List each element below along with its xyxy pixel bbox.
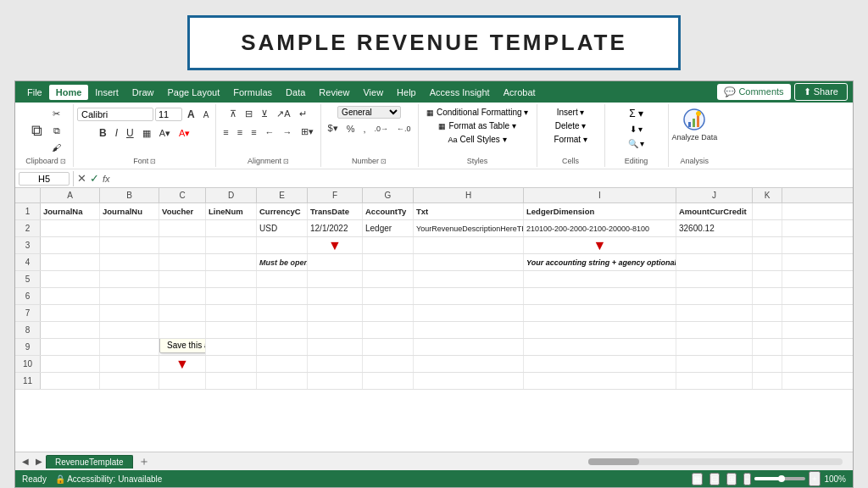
clear-button[interactable]: 🔍 ▾ [624,137,649,150]
cell-a1[interactable]: JournalNa [41,203,100,219]
font-shrink-button[interactable]: A [200,108,213,122]
menu-item-data[interactable]: Data [279,85,312,100]
menu-item-view[interactable]: View [356,85,390,100]
menu-item-draw[interactable]: Draw [125,85,161,100]
menu-item-formulas[interactable]: Formulas [226,85,279,100]
cell-j2[interactable]: 32600.12 [676,220,753,236]
col-header-k[interactable]: K [753,188,782,202]
italic-button[interactable]: I [112,125,121,141]
cell-i4[interactable]: Your accounting string + agency optional… [524,254,676,270]
border-button[interactable]: ▦ [139,125,154,141]
number-format-select[interactable]: General Number Currency [337,106,401,119]
wrap-text-button[interactable]: ↵ [296,106,310,122]
confirm-formula-icon[interactable]: ✓ [90,172,99,185]
menu-item-review[interactable]: Review [312,85,356,100]
font-name-input[interactable] [77,108,153,121]
currency-button[interactable]: $▾ [325,120,342,136]
decrease-indent-button[interactable]: ← [262,124,278,140]
cell-a5[interactable] [41,271,100,287]
cell-h5[interactable] [414,271,524,287]
cell-c4[interactable] [159,254,206,270]
cell-j4[interactable] [676,254,753,270]
col-header-c[interactable]: C [159,188,206,202]
format-cells-button[interactable]: Format ▾ [549,133,591,146]
next-sheet-button[interactable]: ▶ [32,455,46,468]
cell-j5[interactable] [676,271,753,287]
cell-c1[interactable]: Voucher [159,203,206,219]
cell-f1[interactable]: TransDate [308,203,363,219]
cell-k4[interactable] [753,254,782,270]
cell-k1[interactable] [753,203,782,219]
col-header-i[interactable]: I [524,188,676,202]
percent-button[interactable]: % [343,121,359,136]
comma-button[interactable]: , [360,121,370,136]
cell-f3[interactable]: ▼ [308,237,363,253]
normal-view-button[interactable]: ▦ [692,473,703,485]
fill-button[interactable]: ⬇ ▾ [626,123,648,136]
zoom-slider[interactable] [754,477,805,480]
page-layout-view-button[interactable]: ⊟ [709,473,720,485]
col-header-b[interactable]: B [100,188,159,202]
insert-cells-button[interactable]: Insert ▾ [553,106,589,119]
font-size-input[interactable] [155,108,182,121]
cell-b1[interactable]: JournalNu [100,203,159,219]
font-expand-icon[interactable]: ⊡ [150,158,156,165]
cell-d2[interactable] [206,220,257,236]
cancel-formula-icon[interactable]: ✕ [77,172,86,185]
cell-c9[interactable]: Save this as CSV file [159,339,206,355]
col-header-d[interactable]: D [206,188,257,202]
insert-function-icon[interactable]: fx [103,174,110,184]
align-left-button[interactable]: ≡ [220,124,231,140]
cell-g3[interactable] [363,237,414,253]
cell-h2[interactable]: YourRevenueDescriptionHereTE [414,220,524,236]
format-painter-button[interactable]: 🖌 [48,140,64,155]
increase-indent-button[interactable]: → [280,124,296,140]
align-center-button[interactable]: ≡ [234,124,246,140]
cell-i2[interactable]: 210100-200-2000-2100-20000-8100 [524,220,676,236]
cell-h3[interactable] [414,237,524,253]
cell-a3[interactable] [41,237,100,253]
font-color-button[interactable]: A▾ [175,125,193,141]
share-button[interactable]: ⬆ Share [794,83,848,101]
col-header-g[interactable]: G [363,188,414,202]
cell-k3[interactable] [753,237,782,253]
cell-ref-input[interactable] [19,172,70,186]
cell-g4[interactable] [363,254,414,270]
number-expand-icon[interactable]: ⊡ [381,158,387,165]
cell-c10[interactable]: ▼ [159,356,206,372]
cell-b2[interactable] [100,220,159,236]
fill-color-button[interactable]: A▾ [156,125,174,141]
cell-j1[interactable]: AmountCurCredit [676,203,753,219]
cell-f4[interactable] [308,254,363,270]
conditional-formatting-button[interactable]: ▦ Conditional Formatting ▾ [422,106,532,119]
cell-g1[interactable]: AccountTy [363,203,414,219]
cell-g5[interactable] [363,271,414,287]
cell-c2[interactable] [159,220,206,236]
col-header-e[interactable]: E [257,188,308,202]
cell-b3[interactable] [100,237,159,253]
delete-cells-button[interactable]: Delete ▾ [551,119,591,132]
cell-a2[interactable] [41,220,100,236]
cell-k5[interactable] [753,271,782,287]
format-as-table-button[interactable]: ▦ Format as Table ▾ [434,119,520,132]
menu-item-page layout[interactable]: Page Layout [160,85,226,100]
orientation-button[interactable]: ↗A [273,106,293,122]
formula-input[interactable] [114,174,849,184]
cell-d5[interactable] [206,271,257,287]
col-header-f[interactable]: F [308,188,363,202]
cell-e2[interactable]: USD [257,220,308,236]
clipboard-expand-icon[interactable]: ⊡ [60,158,66,165]
prev-sheet-button[interactable]: ◀ [19,455,32,468]
increase-decimal-button[interactable]: .0→ [371,122,392,136]
merge-center-button[interactable]: ⊞▾ [298,124,317,140]
analysis-group[interactable]: Analyze Data Analysis [669,104,721,167]
cell-h1[interactable]: Txt [414,203,524,219]
copy-button[interactable]: ⧉ [48,123,64,139]
comments-button[interactable]: 💬 Comments [717,84,790,100]
add-sheet-button[interactable]: ＋ [133,454,155,469]
cell-f5[interactable] [308,271,363,287]
cell-b4[interactable] [100,254,159,270]
cell-i1[interactable]: LedgerDimension [524,203,676,219]
font-grow-button[interactable]: A [184,106,198,123]
cell-e4[interactable]: Must be open period [257,254,308,270]
